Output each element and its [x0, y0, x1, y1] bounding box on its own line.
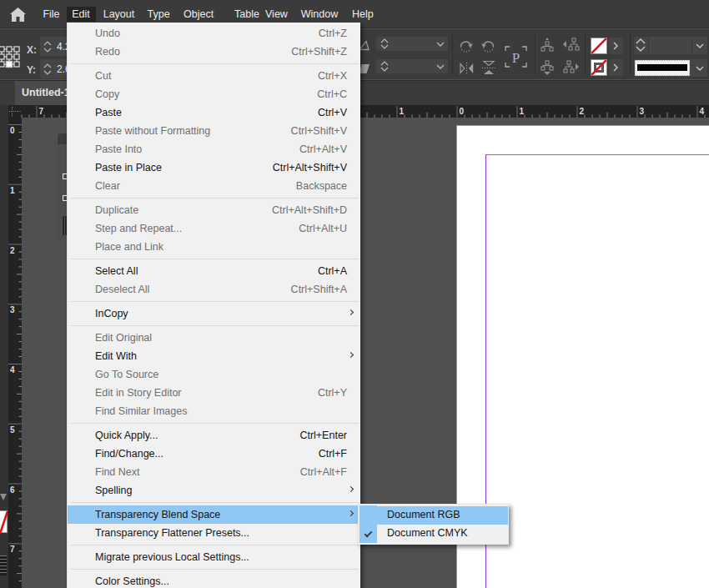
svg-text:0: 0 [460, 107, 465, 116]
svg-text:4: 4 [10, 365, 15, 374]
svg-text:P: P [512, 50, 520, 66]
svg-text:1: 1 [520, 107, 525, 116]
svg-text:4: 4 [700, 107, 705, 116]
svg-text:7: 7 [39, 107, 44, 116]
svg-text:2: 2 [10, 246, 15, 255]
svg-text:7: 7 [10, 545, 15, 554]
svg-text:1: 1 [400, 107, 405, 116]
svg-text:5: 5 [10, 425, 15, 435]
svg-text:0: 0 [10, 126, 15, 135]
svg-text:6: 6 [10, 485, 15, 495]
svg-text:1: 1 [10, 186, 15, 195]
svg-text:3: 3 [640, 107, 645, 116]
svg-text:2: 2 [580, 107, 585, 116]
svg-text:3: 3 [10, 305, 15, 314]
